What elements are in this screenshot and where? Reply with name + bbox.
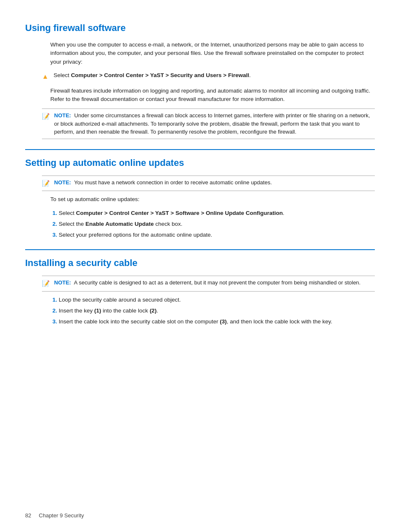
divider-updates bbox=[25, 149, 375, 150]
firewall-note-text: NOTE: Under some circumstances a firewal… bbox=[54, 111, 375, 136]
security-cable-note: 📝 NOTE: A security cable is designed to … bbox=[42, 276, 375, 292]
warning-triangle-icon: ▲ bbox=[42, 72, 49, 82]
firewall-body-text2: Firewall features include information on… bbox=[50, 87, 375, 104]
updates-note-content: You must have a network connection in or… bbox=[74, 179, 272, 186]
security-cable-note-content: A security cable is designed to act as a… bbox=[74, 279, 361, 286]
firewall-note: 📝 NOTE: Under some circumstances a firew… bbox=[42, 108, 375, 139]
security-cable-steps-list: Loop the security cable around a secured… bbox=[59, 296, 375, 326]
note-icon-security-cable: 📝 bbox=[42, 279, 50, 289]
section-title-security-cable: Installing a security cable bbox=[25, 256, 375, 270]
footer-chapter: Chapter 9 Security bbox=[39, 512, 84, 519]
firewall-warning-text: Select Computer > Control Center > YaST … bbox=[54, 71, 251, 80]
page-content: Using firewall software When you use the… bbox=[0, 0, 400, 362]
list-item: Loop the security cable around a secured… bbox=[59, 296, 375, 304]
list-item: Select Computer > Control Center > YaST … bbox=[59, 209, 375, 217]
section-title-updates: Setting up automatic online updates bbox=[25, 156, 375, 170]
firewall-warning: ▲ Select Computer > Control Center > YaS… bbox=[42, 71, 375, 82]
list-item: Insert the cable lock into the security … bbox=[59, 318, 375, 326]
updates-note-label: NOTE: bbox=[54, 179, 71, 186]
security-cable-note-text: NOTE: A security cable is designed to ac… bbox=[54, 279, 361, 287]
section-online-updates: Setting up automatic online updates 📝 NO… bbox=[25, 156, 375, 240]
note-icon-firewall: 📝 bbox=[42, 112, 50, 121]
page-footer: 82 Chapter 9 Security bbox=[25, 511, 84, 520]
firewall-intro-text: When you use the computer to access e-ma… bbox=[50, 41, 375, 66]
divider-security-cable bbox=[25, 249, 375, 250]
security-cable-note-label: NOTE: bbox=[54, 279, 71, 286]
list-item: Select the Enable Automatic Update check… bbox=[59, 220, 375, 228]
note-icon-updates: 📝 bbox=[42, 179, 50, 189]
section-title-firewall: Using firewall software bbox=[25, 21, 375, 35]
footer-page-number: 82 bbox=[25, 512, 31, 519]
updates-steps-list: Select Computer > Control Center > YaST … bbox=[59, 209, 375, 240]
updates-note: 📝 NOTE: You must have a network connecti… bbox=[42, 176, 375, 191]
section-firewall: Using firewall software When you use the… bbox=[25, 21, 375, 139]
section-security-cable: Installing a security cable 📝 NOTE: A se… bbox=[25, 256, 375, 326]
firewall-note-label: NOTE: bbox=[54, 112, 71, 119]
updates-note-text: NOTE: You must have a network connection… bbox=[54, 178, 272, 187]
list-item: Insert the key (1) into the cable lock (… bbox=[59, 307, 375, 315]
firewall-note-content: Under some circumstances a firewall can … bbox=[54, 112, 370, 135]
list-item: Select your preferred options for the au… bbox=[59, 231, 375, 239]
updates-intro: To set up automatic online updates: bbox=[50, 195, 375, 204]
